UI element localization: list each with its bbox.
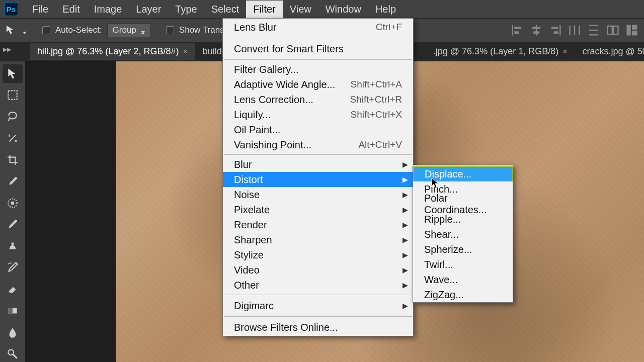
auto-align-icon[interactable] (606, 23, 620, 37)
menu-item-displace[interactable]: Displace... (413, 166, 513, 182)
eyedropper-tool[interactable] (3, 172, 23, 191)
svg-rect-3 (536, 25, 537, 36)
tab-close-icon[interactable]: × (562, 47, 567, 56)
dodge-tool[interactable] (3, 344, 23, 362)
menu-view[interactable]: View (283, 1, 318, 18)
menu-item-stylize[interactable]: Stylize ▶ (223, 247, 413, 262)
menu-layer[interactable]: Layer (129, 1, 168, 18)
align-center-icon[interactable] (529, 23, 543, 37)
expand-tabs-icon[interactable]: ▶▶ (3, 46, 11, 53)
menu-item-lens-correction[interactable]: Lens Correction... Shift+Ctrl+R (223, 92, 413, 107)
menu-item-liquify[interactable]: Liquify... Shift+Ctrl+X (223, 107, 413, 122)
auto-select-target-select[interactable]: Group (107, 23, 151, 37)
menu-item-zigzag[interactable]: ZigZag... (413, 287, 513, 302)
arrange-icon[interactable] (625, 23, 639, 37)
dropdown-icon (140, 28, 145, 33)
svg-rect-19 (632, 31, 637, 35)
menu-item-label: Stylize (234, 249, 264, 261)
distribute-v-icon[interactable] (587, 23, 601, 37)
submenu-arrow-icon: ▶ (403, 160, 408, 168)
menu-item-noise[interactable]: Noise ▶ (223, 187, 413, 202)
menu-filter[interactable]: Filter (246, 1, 282, 18)
menu-item-label: Vanishing Point... (234, 139, 311, 151)
move-tool-icon (5, 24, 17, 36)
align-left-icon[interactable] (510, 23, 524, 37)
clone-stamp-tool[interactable] (3, 237, 23, 255)
tool-preset-dropdown-icon[interactable] (22, 28, 27, 33)
tab-label: hill.jpg @ 76.3% (Layer 2, RGB/8#) (37, 46, 179, 57)
lasso-tool[interactable] (3, 108, 23, 126)
menu-item-pixelate[interactable]: Pixelate ▶ (223, 202, 413, 217)
menu-item-wave[interactable]: Wave... (413, 272, 513, 287)
menu-item-label: Filter Gallery... (234, 64, 299, 75)
distribute-h-icon[interactable] (568, 23, 582, 37)
magic-wand-tool[interactable] (3, 129, 23, 148)
eraser-tool[interactable] (3, 280, 23, 299)
menu-file[interactable]: File (25, 1, 55, 18)
auto-select-checkbox[interactable] (42, 26, 50, 34)
history-brush-tool[interactable] (3, 258, 23, 277)
menu-item-label: Render (234, 219, 267, 231)
menu-image[interactable]: Image (87, 1, 129, 18)
menu-item-other[interactable]: Other ▶ (223, 278, 413, 293)
spot-heal-tool[interactable] (3, 194, 23, 212)
brush-tool[interactable] (3, 215, 23, 234)
menu-item-browse-filters[interactable]: Browse Filters Online... (223, 319, 413, 336)
menu-item-label: Spherize... (424, 244, 472, 255)
menu-item-sharpen[interactable]: Sharpen ▶ (223, 232, 413, 247)
menu-item-digimarc[interactable]: Digimarc ▶ (223, 297, 413, 314)
svg-rect-2 (514, 31, 519, 34)
menu-item-adaptive-wide-angle[interactable]: Adaptive Wide Angle... Shift+Ctrl+A (223, 77, 413, 92)
menu-item-filter-gallery[interactable]: Filter Gallery... (223, 62, 413, 77)
menu-window[interactable]: Window (318, 1, 368, 18)
menu-item-spherize[interactable]: Spherize... (413, 242, 513, 257)
menu-item-label: Liquify... (234, 109, 271, 121)
show-transform-checkbox[interactable] (166, 26, 174, 34)
marquee-tool[interactable] (3, 86, 23, 105)
tab-close-icon[interactable]: × (183, 47, 187, 56)
document-tab[interactable]: cracks.jpg @ 50% (La (576, 43, 644, 60)
submenu-arrow-icon: ▶ (403, 191, 408, 199)
menu-item-convert-smart[interactable]: Convert for Smart Filters (223, 40, 413, 57)
menu-edit[interactable]: Edit (55, 1, 87, 18)
menu-item-label: Lens Correction... (234, 94, 313, 106)
menu-item-polar-coordinates[interactable]: Polar Coordinates... (413, 197, 513, 212)
document-tab[interactable]: hill.jpg @ 76.3% (Layer 2, RGB/8#) × (30, 43, 195, 60)
svg-rect-24 (8, 308, 13, 313)
align-right-icon[interactable] (548, 23, 562, 37)
crop-tool[interactable] (3, 150, 23, 169)
auto-select-target-value: Group (113, 25, 136, 35)
svg-point-25 (8, 349, 14, 355)
menu-item-label: Ripple... (424, 214, 461, 225)
menu-select[interactable]: Select (204, 1, 247, 18)
document-tab[interactable]: .jpg @ 76.3% (Layer 1, RGB/8) × (426, 43, 575, 60)
blur-tool[interactable] (3, 323, 23, 341)
svg-rect-18 (632, 25, 637, 30)
menu-item-shear[interactable]: Shear... (413, 227, 513, 242)
menu-item-label: Other (234, 280, 259, 291)
svg-rect-16 (613, 26, 618, 34)
svg-rect-10 (574, 26, 575, 35)
menu-item-distort[interactable]: Distort ▶ (223, 172, 413, 187)
menu-item-oil-paint[interactable]: Oil Paint... (223, 122, 413, 137)
menu-item-ripple[interactable]: Ripple... (413, 212, 513, 227)
menu-type[interactable]: Type (168, 1, 204, 18)
tab-label: .jpg @ 76.3% (Layer 1, RGB/8) (433, 46, 558, 57)
menu-item-blur[interactable]: Blur ▶ (223, 157, 413, 172)
menu-item-video[interactable]: Video ▶ (223, 262, 413, 278)
svg-rect-15 (608, 26, 612, 34)
move-tool[interactable] (3, 64, 23, 83)
menu-separator (224, 154, 412, 155)
menu-item-label: Shear... (424, 229, 459, 240)
menu-item-last-filter[interactable]: Lens Blur Ctrl+F (223, 19, 413, 36)
menu-item-twirl[interactable]: Twirl... (413, 257, 513, 272)
menu-separator (224, 316, 412, 317)
submenu-arrow-icon: ▶ (403, 175, 408, 184)
svg-rect-7 (551, 27, 558, 29)
menu-help[interactable]: Help (368, 1, 403, 18)
gradient-tool[interactable] (3, 301, 23, 320)
tool-panel (0, 61, 25, 362)
menu-bar: Ps File Edit Image Layer Type Select Fil… (0, 0, 644, 18)
menu-item-vanishing-point[interactable]: Vanishing Point... Alt+Ctrl+V (223, 137, 413, 152)
menu-item-render[interactable]: Render ▶ (223, 217, 413, 232)
